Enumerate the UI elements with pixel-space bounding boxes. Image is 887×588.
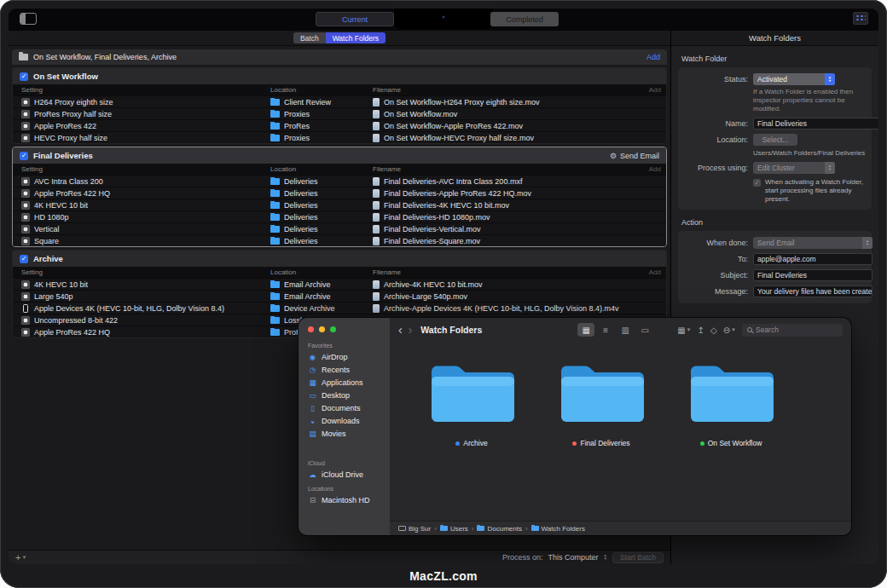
checkbox-checked-icon[interactable]: ✓ [20, 72, 28, 81]
back-icon[interactable]: ‹ [398, 324, 403, 336]
folder-icon [270, 305, 280, 312]
section-header[interactable]: ✓On Set Workflow [13, 68, 666, 84]
job-header[interactable]: On Set Workflow, Final Deliveries, Archi… [12, 49, 667, 65]
folder-name: Archive [463, 439, 487, 447]
setting-cell: 4K HEVC 10 bit [21, 280, 270, 289]
setting-row[interactable]: Apple Devices 4K (HEVC 10-bit, HLG, Dolb… [13, 302, 666, 314]
sidebar-item-icloud-drive[interactable]: ☁iCloud Drive [299, 468, 390, 481]
sidebar-item-applications[interactable]: ▦Applications [299, 376, 390, 389]
section-header[interactable]: ✓Archive [13, 251, 666, 267]
path-crumb[interactable]: Watch Folders [531, 525, 585, 533]
tab-completed[interactable]: Completed [490, 12, 559, 26]
folder-icon [270, 99, 280, 106]
compressor-setting-icon [21, 237, 30, 245]
setting-cell: Square [21, 237, 270, 245]
section-name: Archive [33, 254, 63, 263]
setting-row[interactable]: 4K HEVC 10 bitDeliveriesFinal Deliveries… [13, 199, 666, 210]
crumb-label: Documents [487, 525, 521, 533]
process-using-popup[interactable]: Edit Cluster ▲▼ [753, 162, 835, 174]
location-cell: Proxies [270, 110, 373, 118]
finder-window[interactable]: Favorites ◉AirDrop◷Recents▦Applications▭… [299, 318, 851, 535]
setting-cell: Apple ProRes 422 HQ [21, 189, 270, 198]
filename-cell: On Set Workflow-H264 Proxy eighth size.m… [373, 98, 639, 107]
icon-view-icon[interactable]: ▦ [577, 323, 594, 337]
location-cell: Deliveries [270, 201, 373, 210]
section-name: On Set Workflow [33, 72, 98, 81]
message-field[interactable]: Your delivery files have been created [753, 285, 873, 297]
path-crumb[interactable]: Users [440, 525, 468, 533]
setting-row[interactable]: AVC Intra Class 200DeliveriesFinal Deliv… [13, 175, 666, 187]
path-crumb[interactable]: Documents [477, 525, 521, 533]
tag-icon[interactable]: ◇ [710, 326, 717, 335]
process-on-value[interactable]: This Computer [548, 553, 598, 562]
sidebar-item-downloads[interactable]: ◒Downloads [299, 414, 390, 427]
zoom-window-icon[interactable] [330, 326, 336, 332]
sidebar-item-airdrop[interactable]: ◉AirDrop [299, 350, 390, 363]
checkbox-checked-icon[interactable]: ✓ [20, 152, 28, 160]
sidebar-item-documents[interactable]: ▯Documents [299, 401, 390, 414]
list-view-icon[interactable]: ≡ [597, 323, 614, 337]
subject-field[interactable]: Final Devileries [753, 269, 873, 281]
tab-watch-folders[interactable]: Watch Folders [326, 32, 386, 43]
setting-row[interactable]: 4K HEVC 10 bitEmail ArchiveArchive-4K HE… [13, 278, 666, 290]
section-header[interactable]: ✓Final Deliveries⚙Send Email [13, 147, 666, 164]
minimize-window-icon[interactable] [319, 326, 325, 332]
gallery-view-icon[interactable]: ▭ [636, 323, 653, 337]
sidebar-toggle-icon[interactable] [20, 13, 37, 25]
setting-row[interactable]: H264 Proxy eighth sizeClient ReviewOn Se… [13, 95, 666, 107]
status-popup[interactable]: Activated ▲▼ [753, 73, 835, 85]
folder-label: Final Deliveries [572, 439, 629, 447]
filename-text: Archive-4K HEVC 10 bit.mov [384, 280, 483, 289]
setting-cell: HEVC Proxy half size [21, 134, 270, 142]
close-window-icon[interactable] [308, 326, 314, 332]
setting-row[interactable]: Apple ProRes 422ProResOn Set Workflow-Ap… [13, 119, 666, 131]
mxf-setting-icon [21, 177, 30, 186]
setting-row[interactable]: Apple ProRes 422 HQDeliveriesFinal Deliv… [13, 187, 666, 199]
filename-text: On Set Workflow-Apple ProRes 422.mov [384, 122, 523, 130]
when-done-popup[interactable]: Send Email ▲▼ [753, 237, 873, 249]
clock-icon: ◷ [308, 366, 317, 374]
column-header-location: Location [270, 165, 373, 173]
search-input[interactable]: Search [742, 324, 843, 337]
movie-file-icon [373, 225, 380, 233]
start-batch-button[interactable]: Start Batch [612, 552, 664, 563]
table-header: SettingLocationFilenameAdd [13, 84, 666, 95]
send-email-action[interactable]: ⚙Send Email [610, 152, 659, 160]
forward-icon[interactable]: › [409, 324, 413, 336]
path-crumb[interactable]: Big Sur [398, 525, 431, 533]
checkbox-checked-icon[interactable]: ✓ [20, 255, 28, 263]
finder-folder-on-set-workflow[interactable]: On Set Workflow [666, 359, 796, 447]
to-field[interactable]: apple@apple.com [753, 253, 873, 265]
sidebar-item-macintosh-hd[interactable]: ⊟Macintosh HD [299, 493, 390, 506]
filename-cell: Archive-Large 540p.mov [373, 292, 639, 301]
finder-folder-final-deliveries[interactable]: Final Deliveries [536, 359, 666, 447]
folder-icon [270, 135, 280, 141]
more-actions-icon[interactable]: ⊖▼ [723, 326, 736, 335]
status-label: Status: [683, 75, 748, 84]
add-job-button[interactable]: +▼ [15, 552, 26, 562]
location-name: Proxies [284, 134, 310, 142]
share-icon[interactable]: ↥ [698, 326, 704, 335]
setting-row[interactable]: ProRes Proxy half sizeProxiesOn Set Work… [13, 107, 666, 119]
sidebar-item-recents[interactable]: ◷Recents [299, 363, 390, 376]
crumb-label: Big Sur [409, 525, 431, 533]
job-add-button[interactable]: Add [646, 53, 660, 61]
inspector-toggle-icon[interactable] [853, 12, 868, 25]
film-icon: ▤ [308, 429, 317, 438]
tab-current[interactable]: Current [316, 12, 394, 26]
tab-batch[interactable]: Batch [293, 32, 326, 43]
setting-row[interactable]: SquareDeliveriesFinal Deliveries-Square.… [13, 234, 666, 246]
sidebar-item-desktop[interactable]: ▭Desktop [299, 389, 390, 401]
group-by-icon[interactable]: ▦▼ [677, 326, 691, 335]
finder-folder-archive[interactable]: Archive [407, 359, 536, 447]
name-field[interactable]: Final Deliveries [753, 118, 878, 130]
setting-row[interactable]: HEVC Proxy half sizeProxiesOn Set Workfl… [13, 131, 666, 143]
sidebar-item-movies[interactable]: ▤Movies [299, 427, 390, 440]
setting-row[interactable]: Large 540pEmail ArchiveArchive-Large 540… [13, 290, 666, 302]
process-on-stepper-icon[interactable]: ▲▼ [603, 554, 606, 561]
setting-row[interactable]: VerticalDeliveriesFinal Deliveries-Verti… [13, 222, 666, 234]
location-select-button[interactable]: Select... [753, 134, 797, 146]
column-view-icon[interactable]: ▥ [617, 323, 634, 337]
start-processing-checkbox[interactable]: ✓ [753, 179, 761, 187]
setting-row[interactable]: HD 1080pDeliveriesFinal Deliveries-HD 10… [13, 210, 666, 222]
